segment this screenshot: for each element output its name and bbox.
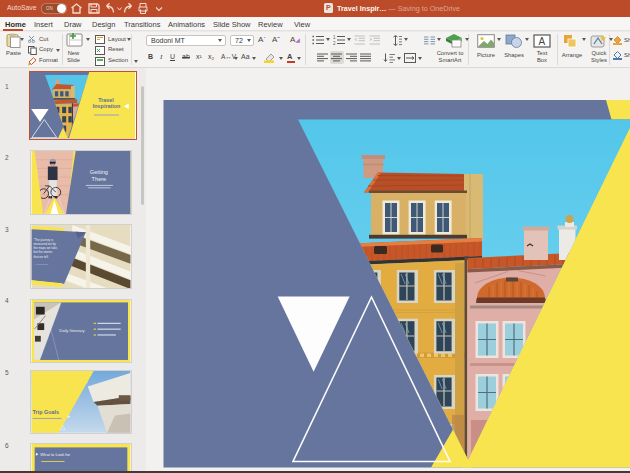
svg-text:—Anonymous: —Anonymous <box>33 263 48 265</box>
svg-text:Trip Goals: Trip Goals <box>32 409 58 415</box>
svg-text:Daily Itinerary: Daily Itinerary <box>59 328 85 333</box>
svg-text:1: 1 <box>333 35 336 40</box>
svg-text:Inspiration: Inspiration <box>93 104 120 110</box>
svg-text:2: 2 <box>333 41 336 46</box>
svg-text:What to Look for: What to Look for <box>40 452 70 457</box>
svg-text:that we tell.: that we tell. <box>33 254 48 258</box>
svg-text:Getting: Getting <box>89 169 107 175</box>
svg-text:There: There <box>91 176 106 182</box>
svg-text:A: A <box>539 36 546 47</box>
